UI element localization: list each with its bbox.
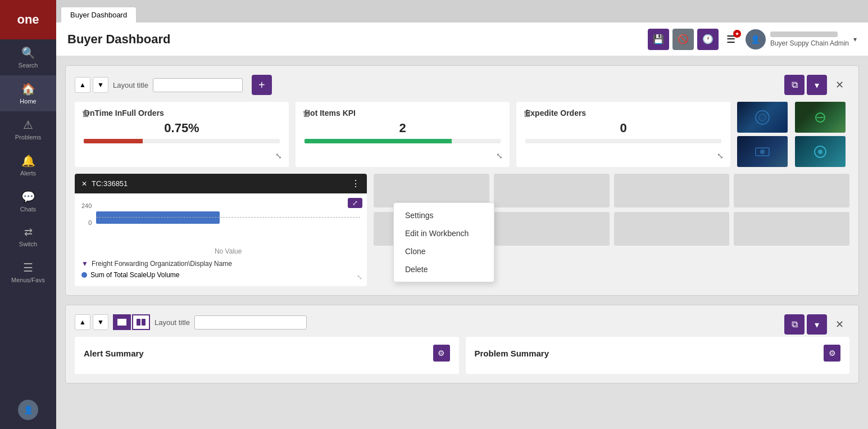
context-menu-settings[interactable]: Settings (394, 206, 494, 224)
kpi-expedite-title: Expedite Orders (525, 109, 721, 118)
page-title: Buyer Dashboard (67, 32, 642, 47)
chart-legend: Sum of Total ScaleUp Volume (81, 271, 360, 279)
kpi-expand-icon-2[interactable]: ⤡ (496, 151, 503, 160)
svg-rect-11 (137, 319, 140, 326)
kpi-expand-icon-3[interactable]: ⤡ (717, 151, 724, 160)
sidebar-item-switch[interactable]: ⇄ Switch (0, 219, 56, 254)
kpi-expedite-bar (525, 139, 721, 143)
chart-content: 240 0 No Value (81, 200, 360, 255)
filter-icon: ▼ (81, 260, 88, 268)
placeholder-tile-4 (734, 174, 849, 207)
kpi-trash-icon-2[interactable]: 🗑 (302, 109, 311, 119)
chart-bar-fill (96, 211, 220, 224)
thumbnail-4[interactable] (795, 136, 846, 167)
kpi-expand-icon[interactable]: ⤡ (275, 151, 282, 160)
placeholder-tile-6 (494, 212, 610, 246)
svg-rect-10 (122, 319, 126, 326)
problem-summary-title: Problem Summary (475, 349, 549, 358)
svg-rect-12 (142, 319, 146, 326)
chart-x-icon: ✕ (81, 180, 87, 188)
layout2-title-input[interactable] (194, 315, 307, 329)
layout-title-label: Layout title (113, 81, 148, 89)
layout-close-button[interactable]: ✕ (829, 75, 849, 95)
problem-summary-settings-button[interactable]: ⚙ (824, 345, 840, 362)
sidebar-item-alerts[interactable]: 🔔 Alerts (0, 147, 56, 183)
chart-bars (96, 211, 360, 245)
svg-point-1 (759, 114, 766, 121)
page-header: Buyer Dashboard 💾 🚫 🕐 ☰ ★ 👤 Buyer Suppy … (56, 22, 868, 56)
legend-dot (81, 272, 87, 278)
layout2-close-button[interactable]: ✕ (829, 314, 849, 335)
alert-summary-header: Alert Summary ⚙ (84, 345, 450, 362)
layout-add-button[interactable]: + (252, 75, 272, 95)
user-avatar: 👤 (746, 29, 766, 49)
layout-view-buttons (113, 314, 150, 330)
placeholder-tile-3 (614, 174, 730, 207)
user-name-blurred (770, 31, 838, 37)
kpi-thumbnails-row: 🗑 OnTime InFull Orders 0.75% ⤡ 🗑 Hot Ite… (75, 102, 849, 167)
alert-summary-settings-button[interactable]: ⚙ (433, 345, 450, 362)
tab-buyer-dashboard[interactable]: Buyer Dashboard (61, 7, 137, 22)
layout-title-input[interactable] (153, 78, 243, 92)
layout-copy-button[interactable]: ⧉ (784, 75, 805, 95)
user-dropdown-arrow[interactable]: ▾ (853, 35, 857, 43)
layout-2-cards: Alert Summary ⚙ Problem Summary ⚙ (75, 337, 849, 374)
user-role: Buyer Suppy Chain Admin (770, 39, 849, 47)
layout2-copy-button[interactable]: ⧉ (784, 314, 805, 335)
chart-filter-row: ▼ Freight Forwarding Organization\Displa… (81, 260, 360, 268)
chart-more-button[interactable]: ⋮ (351, 178, 360, 189)
layout2-down-button[interactable]: ▼ (93, 314, 108, 330)
thumbnail-3[interactable] (737, 136, 788, 167)
menus-icon: ☰ (23, 261, 33, 274)
view-btn-narrow[interactable] (132, 314, 150, 330)
kpi-hot-items-title: Hot Items KPI (305, 109, 501, 118)
history-button[interactable]: 🕐 (697, 29, 719, 50)
layout-chevron-down-button[interactable]: ▾ (807, 75, 827, 95)
svg-point-0 (756, 111, 769, 124)
svg-rect-3 (817, 117, 824, 118)
kpi-expedite-value: 0 (525, 121, 721, 136)
sidebar-item-search[interactable]: 🔍 Search (0, 39, 56, 75)
sidebar-item-chats[interactable]: 💬 Chats (0, 183, 56, 219)
context-menu-clone[interactable]: Clone (394, 242, 494, 260)
kpi-card-otif: 🗑 OnTime InFull Orders 0.75% ⤡ (75, 102, 289, 167)
placeholder-tile-2 (494, 174, 610, 207)
notification-badge: ★ (733, 30, 741, 38)
context-menu-delete[interactable]: Delete (394, 260, 494, 278)
user-section: 👤 Buyer Suppy Chain Admin ▾ (746, 29, 857, 49)
layout2-up-button[interactable]: ▲ (75, 314, 90, 330)
thumbnail-2[interactable] (795, 102, 846, 133)
sidebar-item-menus[interactable]: ☰ Menus/Favs (0, 254, 56, 290)
user-avatar-sidebar[interactable]: 👤 (18, 400, 38, 420)
chart-resize-handle[interactable]: ⤡ (357, 273, 362, 281)
sidebar: one 🔍 Search 🏠 Home ⚠ Problems 🔔 Alerts … (0, 0, 56, 429)
kpi-trash-icon[interactable]: 🗑 (81, 109, 90, 119)
kpi-card-expedite: 🗑 Expedite Orders 0 ⤡ (516, 102, 730, 167)
sidebar-item-problems[interactable]: ⚠ Problems (0, 111, 56, 147)
placeholder-tile-7 (614, 212, 730, 246)
kpi-hot-items-bar (305, 139, 501, 143)
cancel-button[interactable]: 🚫 (672, 29, 694, 50)
layout2-chevron-down-button[interactable]: ▾ (807, 314, 827, 335)
sidebar-item-home[interactable]: 🏠 Home (0, 75, 56, 111)
kpi-hot-items-value: 2 (305, 121, 501, 136)
save-button[interactable]: 💾 (648, 29, 669, 50)
kpi-otif-bar (84, 139, 280, 143)
switch-icon: ⇄ (24, 226, 33, 238)
svg-point-5 (760, 150, 765, 154)
layout-down-button[interactable]: ▼ (93, 77, 108, 93)
kpi-trash-icon-3[interactable]: 🗑 (523, 109, 532, 119)
layout-1-controls: ▲ ▼ (75, 77, 108, 93)
context-menu-edit-workbench[interactable]: Edit in Workbench (394, 224, 494, 242)
alerts-icon: 🔔 (21, 154, 35, 168)
alert-summary-card: Alert Summary ⚙ (75, 337, 459, 374)
chart-title: ✕ TC:336851 (81, 179, 128, 188)
view-btn-wide[interactable] (113, 314, 131, 330)
svg-point-7 (818, 150, 822, 154)
thumbnail-grid (737, 102, 849, 167)
chart-filter-label: Freight Forwarding Organization\Display … (92, 260, 232, 268)
chart-legend-label: Sum of Total ScaleUp Volume (90, 271, 180, 279)
thumbnail-1[interactable] (737, 102, 788, 133)
layout-up-button[interactable]: ▲ (75, 77, 90, 93)
menu-icon-wrapper[interactable]: ☰ ★ (726, 33, 738, 46)
